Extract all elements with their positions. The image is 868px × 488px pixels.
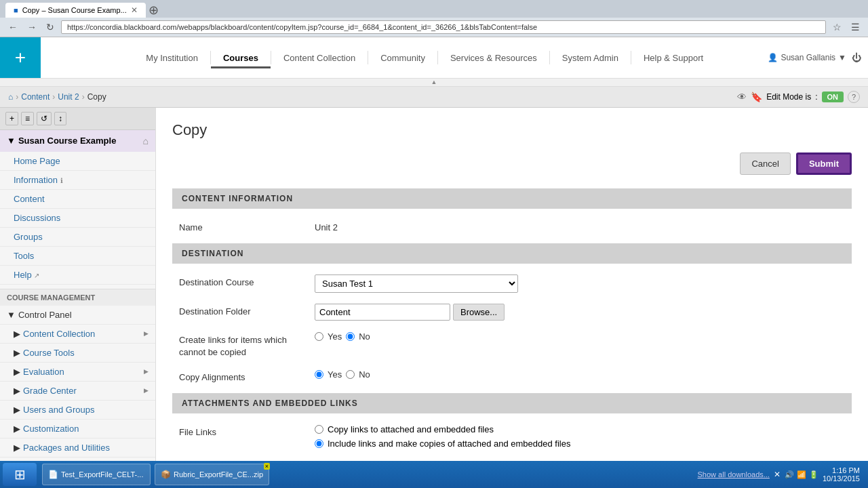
gc-expand-icon: ▶ [14,386,20,396]
user-dropdown-icon[interactable]: ▼ [838,53,846,62]
create-links-yes-radio[interactable] [315,332,323,341]
sidebar-packages[interactable]: ▶ Packages and Utilities [0,439,155,458]
plus-btn[interactable]: + [0,37,41,78]
sidebar-item-information[interactable]: Information ℹ [0,171,155,190]
sidebar-item-home-page[interactable]: Home Page [0,152,155,171]
create-links-yes-label: Yes [328,331,342,342]
name-value: Unit 2 [315,220,338,232]
ug-expand-icon: ▶ [14,405,20,415]
cancel-button[interactable]: Cancel [740,152,790,175]
download-badge: × [264,463,270,470]
speaker-icon[interactable]: 🔊 [785,470,794,479]
network-icon[interactable]: 📶 [797,470,806,479]
taskbar: ⊞ 📄 Test_ExportFile_CELT-... 📦 Rubric_Ex… [0,461,868,488]
browser-tab[interactable]: ■ Copy – Susan Course Examp... ✕ [5,3,146,18]
sidebar-item-discussions[interactable]: Discussions [0,209,155,228]
destination-folder-label: Destination Folder [179,304,315,317]
create-links-no-radio[interactable] [346,332,355,341]
edit-mode-toggle: Edit Mode is: ON [766,92,844,102]
nav-my-institution[interactable]: My Institution [134,47,210,68]
breadcrumb-copy: Copy [87,92,106,102]
new-tab-btn[interactable]: ⊕ [149,3,159,18]
help-icon[interactable]: ? [848,91,860,103]
sidebar-evaluation[interactable]: ▶ Evaluation [0,363,155,382]
sidebar-grade-center[interactable]: ▶ Grade Center [0,382,155,401]
destination-course-group: Destination Course Susan Test 1 [172,274,852,293]
show-downloads-link[interactable]: Show all downloads... [698,470,770,479]
destination-course-select[interactable]: Susan Test 1 [315,274,518,293]
nav-content-collection[interactable]: Content Collection [271,47,368,68]
tab-close-btn[interactable]: ✕ [131,5,138,15]
tab-title: Copy – Susan Course Examp... [22,6,127,14]
sidebar-item-content[interactable]: Content [0,190,155,209]
copy-alignments-no-label: No [359,369,370,380]
file-links-option2-row: Include links and make copies of attache… [315,439,570,449]
sidebar-users-groups[interactable]: ▶ Users and Groups [0,401,155,420]
breadcrumb-content[interactable]: Content [21,92,50,102]
edit-mode-btn[interactable]: ON [822,92,844,102]
breadcrumb-sep-2: › [82,92,85,102]
address-bar[interactable] [61,20,826,34]
sidebar-refresh-btn[interactable]: ↺ [37,112,52,125]
copy-alignments-no-radio[interactable] [346,370,355,379]
destination-course-control: Susan Test 1 [315,274,518,293]
browse-button[interactable]: Browse... [453,304,505,321]
nav-help-support[interactable]: Help & Support [631,47,715,68]
username: Susan Gallanis [781,53,835,62]
bookmark-btn[interactable]: ☆ [830,20,844,34]
sidebar-item-groups[interactable]: Groups [0,228,155,247]
nav-services[interactable]: Services & Resources [438,47,549,68]
taskbar-right: Show all downloads... ✕ 🔊 📶 🔋 1:16 PM 10… [698,466,865,483]
breadcrumb-unit2[interactable]: Unit 2 [58,92,79,102]
nav-arrow-bar: ▲ [0,79,868,87]
copy-alignments-yes-radio[interactable] [315,370,323,379]
taskbar-item-1[interactable]: 📄 Test_ExportFile_CELT-... [42,464,151,485]
name-label: Name [179,220,315,232]
sidebar-item-tools[interactable]: Tools [0,247,155,266]
destination-course-label: Destination Course [179,274,315,287]
eye-icon[interactable]: 👁 [737,92,747,102]
close-downloads-btn[interactable]: ✕ [774,470,781,479]
submit-button[interactable]: Submit [796,152,852,175]
home-icon[interactable]: ⌂ [8,92,13,102]
course-title-text: Susan Course Example [18,136,117,146]
nav-community[interactable]: Community [368,47,437,68]
start-button[interactable]: ⊞ [3,463,37,486]
taskbar-item-2[interactable]: 📦 Rubric_ExportFile_CE...zip × [155,464,269,485]
sidebar-customization[interactable]: ▶ Customization [0,420,155,439]
destination-folder-input[interactable] [315,304,450,321]
sidebar-course-tools[interactable]: ▶ Course Tools [0,344,155,363]
sidebar: + ≡ ↺ ↕ ▼ Susan Course Example ⌂ Home Pa… [0,108,156,487]
course-title[interactable]: ▼ Susan Course Example ⌂ [0,130,155,152]
time: 1:16 PM [823,466,860,474]
pkg-expand-icon: ▶ [14,443,20,453]
external-link-icon: ↗ [34,272,39,279]
breadcrumb-bar: ⌂ › Content › Unit 2 › Copy 👁 🔖 Edit Mod… [0,87,868,108]
logout-btn[interactable]: ⏻ [852,52,861,63]
sidebar-item-help[interactable]: Help ↗ [0,266,155,285]
sidebar-add-btn[interactable]: + [5,112,18,125]
cust-expand-icon: ▶ [14,424,20,434]
back-btn[interactable]: ← [5,20,20,34]
create-links-group: Create links for items which cannot be c… [172,331,852,359]
refresh-btn[interactable]: ↻ [43,20,57,34]
copy-alignments-radio-group: Yes No [315,369,370,380]
browser-chrome: ■ Copy – Susan Course Examp... ✕ ⊕ ← → ↻… [0,0,868,37]
sidebar-reorder-btn[interactable]: ↕ [54,112,66,125]
sidebar-list-btn[interactable]: ≡ [21,112,34,125]
copy-alignments-group: Copy Alignments Yes No [172,369,852,382]
nav-courses[interactable]: Courses [211,47,271,68]
taskbar-label-2: Rubric_ExportFile_CE...zip [174,470,263,479]
file-links-include-radio[interactable] [315,439,323,448]
taskbar-icon-1: 📄 [48,470,58,479]
menu-btn[interactable]: ☰ [848,20,863,34]
bookmark-icon2[interactable]: 🔖 [751,92,762,102]
battery-icon[interactable]: 🔋 [809,470,818,479]
sidebar-control-panel[interactable]: ▼ Control Panel [0,306,155,325]
forward-btn[interactable]: → [24,20,39,34]
ct-expand-icon: ▶ [14,348,20,358]
sidebar-content-collection[interactable]: ▶ Content Collection [0,325,155,344]
nav-system-admin[interactable]: System Admin [550,47,631,68]
file-links-copy-radio[interactable] [315,425,323,434]
file-links-copy-label: Copy links to attached and embedded file… [328,424,494,434]
